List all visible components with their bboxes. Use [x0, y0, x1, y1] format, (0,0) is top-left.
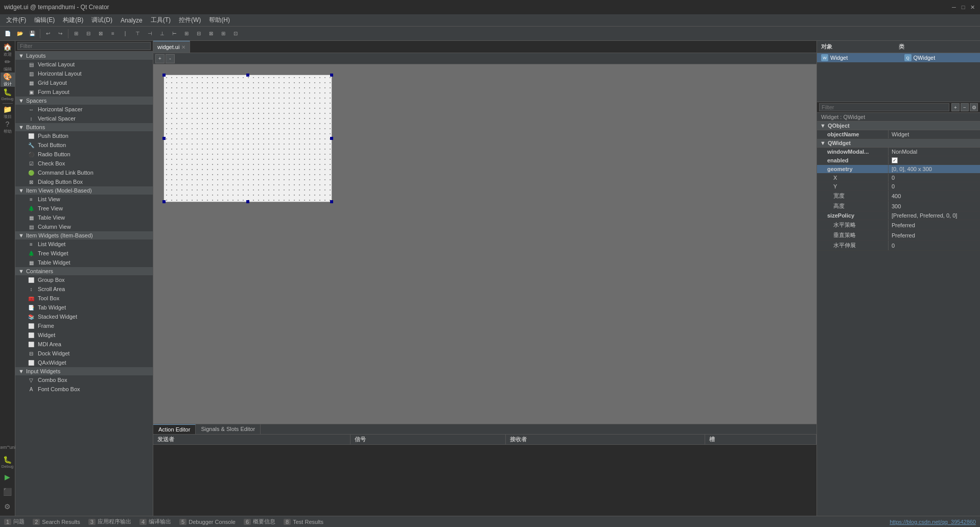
design-canvas[interactable]: [164, 75, 332, 202]
status-num-search[interactable]: 2: [33, 519, 40, 525]
toolbar-b7[interactable]: ⊣: [144, 28, 155, 39]
status-num-appoutput[interactable]: 3: [88, 519, 96, 525]
status-num-compile[interactable]: 4: [139, 519, 147, 525]
sidebar-edit[interactable]: ✏ 编辑: [1, 58, 15, 72]
prop-remove-button[interactable]: −: [961, 103, 969, 111]
sidebar-settings[interactable]: ⚙: [1, 499, 15, 514]
menu-help[interactable]: 帮助(H): [205, 15, 234, 26]
status-num-overview[interactable]: 6: [244, 519, 251, 525]
item-tab-widget[interactable]: 📑 Tab Widget: [15, 303, 153, 312]
toolbar-save[interactable]: 💾: [27, 28, 38, 39]
handle-bottom-left[interactable]: [162, 200, 166, 203]
prop-add-button[interactable]: +: [951, 103, 960, 111]
item-tree-view[interactable]: 🌲 Tree View: [15, 204, 153, 213]
sidebar-run[interactable]: ▶: [1, 470, 15, 484]
item-dock-widget[interactable]: ⊟ Dock Widget: [15, 349, 153, 358]
canvas-zoom-out[interactable]: -: [166, 54, 175, 63]
status-num-problems[interactable]: 1: [4, 519, 11, 525]
handle-top-right[interactable]: [330, 74, 333, 77]
toolbar-b1[interactable]: ⊞: [71, 28, 82, 39]
status-num-test[interactable]: 8: [284, 519, 291, 525]
item-horizontal-spacer[interactable]: ↔ Horizontal Spacer: [15, 105, 153, 114]
menu-edit[interactable]: 编辑(E): [30, 15, 59, 26]
sidebar-design[interactable]: 🎨 设计: [1, 73, 15, 87]
prop-settings-button[interactable]: ⚙: [970, 103, 978, 111]
item-tree-widget[interactable]: 🌲 Tree Widget: [15, 249, 153, 258]
toolbar-redo[interactable]: ↪: [55, 28, 66, 39]
item-group-box[interactable]: ⬜ Group Box: [15, 275, 153, 284]
prop-section-qobject[interactable]: ▼QObject: [817, 122, 980, 130]
toolbar-undo[interactable]: ↩: [42, 28, 54, 39]
status-search[interactable]: 2 Search Results: [33, 519, 80, 525]
prop-value-enabled[interactable]: [889, 156, 980, 164]
item-table-widget[interactable]: ▦ Table Widget: [15, 258, 153, 267]
section-spacers[interactable]: ▼Spacers: [15, 97, 153, 105]
item-tool-button[interactable]: 🔧 Tool Button: [15, 140, 153, 150]
enabled-checkbox[interactable]: [892, 157, 898, 163]
section-containers[interactable]: ▼Containers: [15, 267, 153, 275]
sidebar-welcome[interactable]: 🏠 欢迎: [1, 43, 15, 57]
status-compile[interactable]: 4 编译输出: [139, 518, 171, 525]
item-dialog-button-box[interactable]: ⊠ Dialog Button Box: [15, 177, 153, 186]
menu-analyze[interactable]: Analyze: [116, 16, 147, 25]
maximize-button[interactable]: □: [960, 4, 967, 11]
item-horizontal-layout[interactable]: ▥ Horizontal Layout: [15, 69, 153, 78]
sidebar-project[interactable]: 📁 项目: [1, 105, 15, 119]
item-vertical-layout[interactable]: ▤ Vertical Layout: [15, 60, 153, 69]
item-push-button[interactable]: ⬜ Push Button: [15, 131, 153, 140]
tab-widget-ui[interactable]: widget.ui ✕: [153, 41, 190, 53]
toolbar-b3[interactable]: ⊠: [95, 28, 106, 39]
status-test[interactable]: 8 Test Results: [284, 519, 323, 525]
menu-build[interactable]: 构建(B): [59, 15, 87, 26]
toolbar-b12[interactable]: ⊠: [205, 28, 217, 39]
toolbar-b9[interactable]: ⊢: [169, 28, 180, 39]
close-button[interactable]: ✕: [969, 4, 976, 11]
item-check-box[interactable]: ☑ Check Box: [15, 159, 153, 168]
tab-close-button[interactable]: ✕: [181, 44, 185, 50]
prop-value-objectname[interactable]: Widget: [889, 130, 980, 138]
tab-action-editor[interactable]: Action Editor: [153, 424, 196, 434]
prop-section-qwidget[interactable]: ▼QWidget: [817, 139, 980, 148]
item-font-combo-box[interactable]: A Font Combo Box: [15, 385, 153, 394]
handle-top-left[interactable]: [162, 74, 166, 77]
handle-bottom-center[interactable]: [246, 200, 249, 203]
toolbar-b14[interactable]: ⊡: [230, 28, 241, 39]
prop-value-hpolicy[interactable]: Preferred: [889, 220, 980, 230]
status-problems[interactable]: 1 问题: [4, 518, 25, 525]
item-table-view[interactable]: ▦ Table View: [15, 213, 153, 222]
statusbar-link[interactable]: https://blog.csdn.net/qq_39542860: [890, 519, 976, 525]
status-appoutput[interactable]: 3 应用程序输出: [88, 518, 131, 525]
prop-row-geometry[interactable]: geometry [0, 0], 400 x 300: [817, 165, 980, 174]
item-scroll-area[interactable]: ↕ Scroll Area: [15, 284, 153, 294]
item-radio-button[interactable]: ⚫ Radio Button: [15, 150, 153, 159]
prop-value-width[interactable]: 400: [889, 191, 980, 201]
section-input-widgets[interactable]: ▼Input Widgets: [15, 367, 153, 375]
menu-file[interactable]: 文件(F): [2, 15, 30, 26]
prop-value-sizepolicy[interactable]: [Preferred, Preferred, 0, 0]: [889, 211, 980, 220]
sidebar-debug-top[interactable]: 🐛 Debug: [1, 87, 15, 102]
section-buttons[interactable]: ▼Buttons: [15, 123, 153, 131]
item-grid-layout[interactable]: ▦ Grid Layout: [15, 78, 153, 87]
sidebar-tempuni[interactable]: tem'''uni: [1, 440, 15, 454]
toolbar-b6[interactable]: ⊤: [132, 28, 143, 39]
toolbar-b11[interactable]: ⊟: [193, 28, 204, 39]
prop-value-hstretch[interactable]: 0: [889, 241, 980, 250]
handle-bottom-right[interactable]: [330, 200, 333, 203]
toolbox-filter-input[interactable]: [17, 42, 151, 50]
status-overview[interactable]: 6 概要信息: [244, 518, 275, 525]
toolbar-b5[interactable]: |: [120, 28, 131, 39]
status-debugger[interactable]: 5 Debugger Console: [179, 519, 236, 525]
handle-middle-right[interactable]: [330, 137, 333, 140]
item-list-view[interactable]: ≡ List View: [15, 195, 153, 204]
item-frame[interactable]: ⬜ Frame: [15, 321, 153, 330]
section-item-widgets[interactable]: ▼Item Widgets (Item-Based): [15, 231, 153, 239]
toolbar-new[interactable]: 📄: [2, 28, 13, 39]
handle-top-center[interactable]: [246, 74, 249, 77]
item-stacked-widget[interactable]: 📚 Stacked Widget: [15, 312, 153, 321]
design-canvas-area[interactable]: [153, 64, 816, 424]
toolbar-b4[interactable]: ≡: [107, 28, 119, 39]
sidebar-debug-bottom[interactable]: 🐛 Debug: [1, 455, 15, 469]
canvas-zoom-in[interactable]: +: [155, 54, 165, 63]
item-qax-widget[interactable]: ⬜ QAxWidget: [15, 358, 153, 367]
prop-value-windowmodal[interactable]: NonModal: [889, 148, 980, 156]
